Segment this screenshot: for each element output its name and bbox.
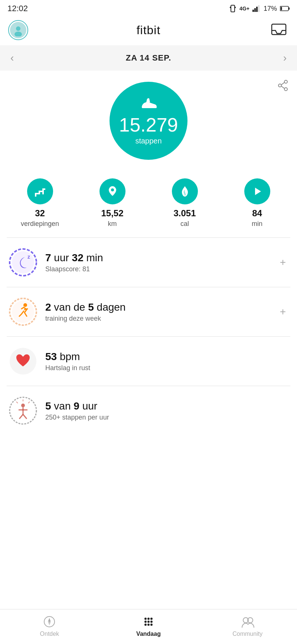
svg-point-15 [278,84,281,87]
calories-icon-circle [172,178,198,204]
heartrate-main: 53 bpm [45,350,289,363]
steps-label: stappen [135,137,161,145]
steps-count: 15.279 [119,114,178,136]
metric-sleep[interactable]: z 7 uur 32 min Slaapscore: 81 + [0,238,297,287]
avatar-button[interactable] [8,20,28,40]
svg-point-54 [147,624,150,626]
svg-rect-2 [235,7,236,8]
nav-label-ontdek: Ontdek [40,631,59,637]
svg-point-53 [144,624,147,626]
prev-date-button[interactable]: ‹ [10,52,14,64]
svg-rect-3 [252,10,254,12]
calories-unit: cal [180,220,189,228]
distance-icon-circle [99,178,125,204]
svg-line-41 [28,402,30,403]
share-button[interactable] [277,80,289,93]
metric-heartrate[interactable]: 53 bpm Hartslag in rust [0,337,297,386]
floors-unit: verdiepingen [21,220,59,228]
app-title: fitbit [137,23,161,37]
svg-point-49 [150,618,153,620]
bottom-nav: Ontdek Vandaag C [0,609,297,644]
svg-point-16 [284,88,287,91]
status-right: 4G+ 17% [229,4,290,13]
svg-line-42 [16,402,18,403]
training-sub: training deze week [45,315,270,323]
svg-rect-22 [35,194,36,197]
svg-marker-26 [255,188,261,195]
compass-icon [42,615,56,629]
svg-text:z: z [27,254,30,260]
svg-point-28 [12,251,34,274]
active-min-icon-circle [244,178,270,204]
network-icon: 4G+ [239,6,249,12]
sleep-sub: Slaapscore: 81 [45,265,270,273]
svg-point-25 [111,188,114,191]
svg-point-46 [49,621,50,622]
heartrate-icon-wrap [8,346,38,376]
svg-rect-19 [35,193,39,194]
floors-value: 32 [35,208,45,219]
distance-unit: km [108,220,117,228]
grid-icon [141,615,156,629]
training-text: 2 van de 5 dagen training deze week [45,301,270,323]
inbox-button[interactable] [269,22,289,38]
svg-point-35 [21,404,25,407]
battery-icon [280,6,290,11]
nav-item-vandaag[interactable]: Vandaag [99,615,198,637]
heartrate-sub: Hartslag in rust [45,364,289,372]
svg-point-32 [23,303,27,307]
community-icon [241,615,255,629]
svg-rect-10 [281,7,282,10]
svg-line-18 [281,86,284,88]
svg-rect-0 [231,5,235,12]
sleep-icon-wrap: z [8,247,38,277]
metric-training[interactable]: 2 van de 5 dagen training deze week + [0,287,297,336]
sleep-main: 7 uur 32 min [45,252,270,264]
svg-line-39 [23,414,27,419]
sleep-text: 7 uur 32 min Slaapscore: 81 [45,252,270,273]
active-hours-icon-wrap [8,396,38,425]
sleep-plus[interactable]: + [277,253,289,271]
training-plus[interactable]: + [277,303,289,321]
shoe-icon [140,96,157,113]
svg-rect-20 [39,191,42,192]
svg-point-55 [150,624,153,626]
svg-rect-21 [42,188,45,190]
nav-label-vandaag: Vandaag [136,631,161,637]
svg-rect-7 [258,5,260,12]
svg-rect-9 [288,7,290,10]
calories-value: 3.051 [173,208,196,219]
next-date-button[interactable]: › [283,52,287,64]
status-bar: 12:02 4G+ 17% [0,0,297,16]
svg-rect-23 [39,192,40,194]
training-main: 2 van de 5 dagen [45,301,270,314]
svg-point-14 [284,80,287,83]
stat-floors[interactable]: 32 verdiepingen [4,178,76,228]
stat-distance[interactable]: 15,52 km [76,178,148,228]
training-icon-wrap [8,297,38,327]
top-nav: fitbit [0,16,297,45]
svg-point-51 [147,621,150,623]
heartrate-text: 53 bpm Hartslag in rust [45,350,289,372]
vibrate-icon [229,4,236,13]
date-nav: ‹ ZA 14 SEP. › [0,45,297,71]
nav-item-community[interactable]: Community [198,615,297,637]
nav-label-community: Community [232,631,262,637]
stat-calories[interactable]: 3.051 cal [148,178,221,228]
svg-point-47 [144,618,147,620]
svg-point-48 [147,618,150,620]
svg-rect-1 [230,7,231,8]
distance-value: 15,52 [101,208,123,219]
stat-active-min[interactable]: 84 min [221,178,293,228]
svg-rect-4 [254,8,256,12]
steps-circle[interactable]: 15.279 stappen [110,82,187,160]
floors-icon-circle [27,178,53,204]
svg-point-11 [16,26,20,31]
metric-active-hours[interactable]: 5 van 9 uur 250+ stappen per uur [0,386,297,435]
active-hours-sub: 250+ stappen per uur [45,414,289,421]
nav-item-ontdek[interactable]: Ontdek [0,615,99,637]
active-hours-main: 5 van 9 uur [45,400,289,412]
svg-line-38 [19,414,23,419]
avatar [10,22,26,38]
svg-point-52 [150,621,153,623]
